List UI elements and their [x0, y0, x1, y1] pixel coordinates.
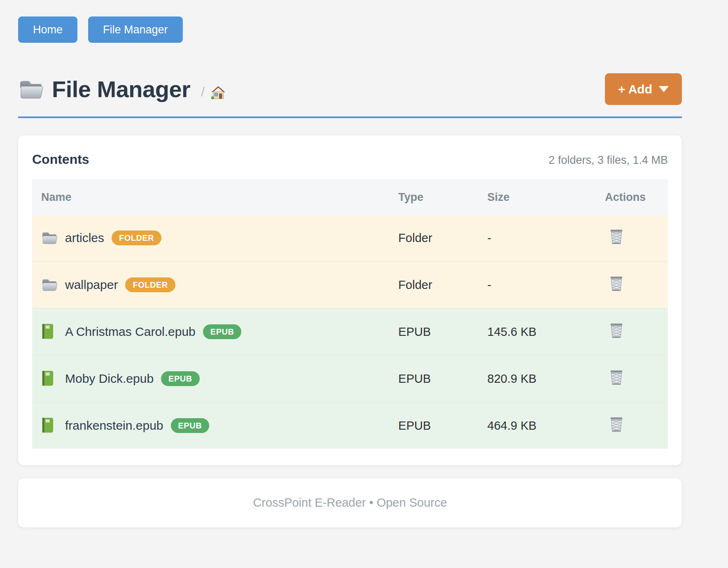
file-name: wallpaper: [65, 278, 118, 292]
trash-icon: [609, 275, 624, 293]
contents-summary: 2 folders, 3 files, 1.4 MB: [548, 154, 668, 167]
delete-button[interactable]: [609, 275, 624, 293]
footer-text: CrossPoint E-Reader • Open Source: [253, 496, 447, 510]
folder-icon: [41, 276, 58, 293]
file-type-badge: FOLDER: [125, 277, 175, 292]
trash-icon: [609, 369, 624, 387]
file-type-badge: EPUB: [171, 418, 210, 433]
table-row: articles FOLDER Folder -: [32, 215, 668, 261]
table-header-row: Name Type Size Actions: [32, 179, 668, 215]
file-size: -: [488, 215, 605, 261]
contents-card: Contents 2 folders, 3 files, 1.4 MB Name…: [18, 135, 682, 465]
add-button[interactable]: + Add: [605, 73, 682, 105]
column-header-actions: Actions: [605, 179, 668, 215]
file-size: 145.6 KB: [488, 308, 605, 355]
title-divider: [18, 116, 682, 118]
file-type: Folder: [398, 215, 487, 261]
file-name: A Christmas Carol.epub: [65, 325, 196, 339]
table-row: frankenstein.epub EPUB EPUB 464.9 KB: [32, 402, 668, 449]
trash-icon: [609, 416, 624, 434]
column-header-name: Name: [32, 179, 398, 215]
caret-down-icon: [659, 86, 669, 92]
file-name: frankenstein.epub: [65, 419, 163, 433]
folder-icon: [41, 229, 58, 247]
file-name-cell[interactable]: wallpaper FOLDER: [41, 276, 398, 293]
file-name-cell[interactable]: Moby Dick.epub EPUB: [41, 370, 398, 387]
file-table-body: articles FOLDER Folder -: [32, 215, 668, 449]
file-size: 464.9 KB: [488, 402, 605, 449]
book-icon: [41, 417, 58, 434]
breadcrumb-separator: /: [201, 85, 205, 100]
home-button[interactable]: Home: [18, 16, 77, 43]
book-icon: [41, 370, 58, 387]
file-type-badge: EPUB: [161, 371, 200, 386]
table-row: Moby Dick.epub EPUB EPUB 820.9 KB: [32, 355, 668, 402]
home-icon[interactable]: [210, 85, 226, 100]
top-nav: Home File Manager: [18, 0, 682, 43]
file-name: articles: [65, 231, 104, 245]
file-type: Folder: [398, 261, 487, 308]
file-size: -: [488, 261, 605, 308]
delete-button[interactable]: [609, 228, 624, 247]
file-type-badge: EPUB: [203, 324, 242, 339]
file-table: Name Type Size Actions: [32, 179, 668, 449]
file-type: EPUB: [398, 402, 487, 449]
file-size: 820.9 KB: [488, 355, 605, 402]
contents-heading: Contents: [32, 152, 89, 167]
footer: CrossPoint E-Reader • Open Source: [18, 478, 682, 527]
file-name-cell[interactable]: frankenstein.epub EPUB: [41, 417, 398, 434]
file-name-cell[interactable]: articles FOLDER: [41, 229, 398, 247]
folder-icon: [18, 79, 44, 100]
page-title: File Manager: [52, 76, 190, 102]
trash-icon: [609, 228, 624, 247]
delete-button[interactable]: [609, 322, 624, 340]
file-type: EPUB: [398, 308, 487, 355]
file-type: EPUB: [398, 355, 487, 402]
delete-button[interactable]: [609, 369, 624, 387]
add-button-label: + Add: [618, 82, 652, 96]
file-name-cell[interactable]: A Christmas Carol.epub EPUB: [41, 323, 398, 340]
table-row: A Christmas Carol.epub EPUB EPUB 145.6 K…: [32, 308, 668, 355]
delete-button[interactable]: [609, 416, 624, 434]
file-type-badge: FOLDER: [112, 230, 161, 245]
table-row: wallpaper FOLDER Folder -: [32, 261, 668, 308]
book-icon: [41, 323, 58, 340]
file-name: Moby Dick.epub: [65, 372, 154, 386]
column-header-type: Type: [398, 179, 487, 215]
file-manager-button[interactable]: File Manager: [88, 16, 183, 43]
page-header: File Manager / + Add: [18, 73, 682, 105]
column-header-size: Size: [488, 179, 605, 215]
trash-icon: [609, 322, 624, 340]
